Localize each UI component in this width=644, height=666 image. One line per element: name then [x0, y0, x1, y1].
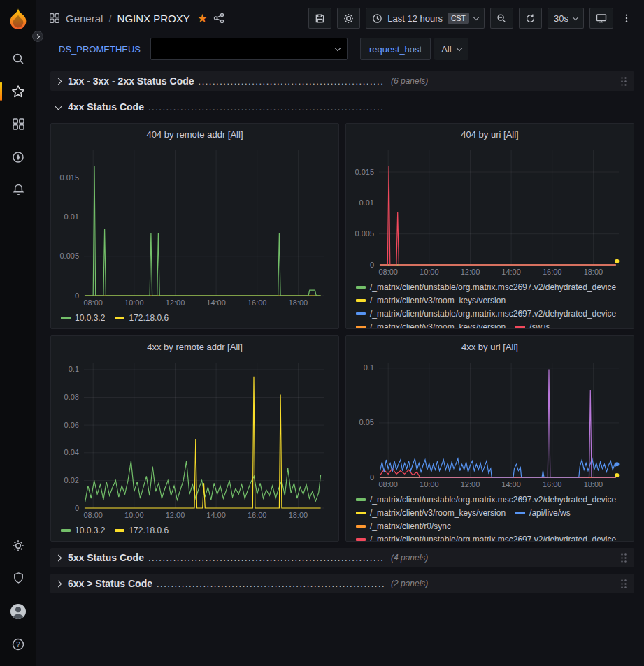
- series-color-marker: [115, 317, 124, 319]
- legend-item[interactable]: 10.0.3.2: [61, 524, 105, 536]
- series-color-marker: [356, 498, 366, 501]
- series-color-marker: [356, 312, 366, 315]
- panel-title[interactable]: 4xx by remote addr [All]: [51, 336, 338, 357]
- legend-item[interactable]: /_matrix/client/unstable/org.matrix.msc2…: [356, 493, 616, 505]
- legend-label: /_matrix/client/v3/room_keys/version: [370, 508, 506, 518]
- datasource-variable-select[interactable]: [150, 38, 348, 60]
- chevron-right-icon: [35, 34, 40, 38]
- legend-item[interactable]: 172.18.0.6: [115, 312, 169, 324]
- row-drag-handle[interactable]: [620, 579, 627, 589]
- grafana-logo[interactable]: [6, 7, 30, 31]
- legend-item[interactable]: /_matrix/client/unstable/org.matrix.msc2…: [356, 533, 616, 541]
- share-icon[interactable]: [213, 13, 224, 24]
- legend-label: 172.18.0.6: [129, 313, 169, 323]
- dashboard-grid-icon: [49, 13, 60, 24]
- chevron-down-icon: [473, 14, 479, 20]
- adhoc-filter-value: All: [441, 44, 451, 55]
- sidebar-item-dashboards[interactable]: [0, 108, 36, 140]
- time-series-chart[interactable]: 00.020.040.060.080.108:0010:0012:0014:00…: [56, 357, 334, 522]
- panel-title[interactable]: 4xx by uri [All]: [346, 336, 634, 357]
- zoom-out-button[interactable]: [490, 8, 513, 29]
- refresh-interval-dropdown[interactable]: 30s: [548, 8, 584, 29]
- legend-item[interactable]: 172.18.0.6: [115, 524, 169, 536]
- svg-text:16:00: 16:00: [543, 480, 562, 488]
- legend-item[interactable]: /_matrix/client/v3/room_keys/version: [356, 294, 506, 306]
- legend-item[interactable]: /api/live/ws: [515, 507, 571, 519]
- svg-text:?: ?: [16, 640, 20, 648]
- series-color-marker: [356, 538, 366, 541]
- sidebar-expand-button[interactable]: [32, 31, 43, 42]
- svg-text:0.05: 0.05: [359, 418, 374, 426]
- legend-label: /_matrix/client/unstable/org.matrix.msc2…: [370, 535, 616, 542]
- sidebar-item-search[interactable]: [0, 42, 36, 75]
- series-color-marker: [356, 326, 366, 328]
- dashboard-canvas: 1xx - 3xx - 2xx Status Code ............…: [36, 67, 644, 666]
- time-range-label: Last 12 hours: [387, 13, 443, 24]
- dashboard-settings-button[interactable]: [337, 8, 360, 29]
- breadcrumb-folder[interactable]: General: [66, 13, 103, 24]
- panel: 4xx by uri [All]00.050.108:0010:0012:001…: [345, 335, 634, 542]
- legend-item[interactable]: 10.0.3.2: [61, 312, 105, 324]
- dashboard-row-5xx[interactable]: 5xx Status Code ........................…: [50, 548, 634, 567]
- svg-text:0.08: 0.08: [64, 393, 79, 401]
- dashboard-row-6xx[interactable]: 6xx > Status Code ......................…: [50, 574, 634, 593]
- legend-label: /_matrix/client/r0/sync: [370, 521, 451, 531]
- datasource-variable-label: DS_PROMETHEUS: [59, 44, 141, 55]
- series-color-marker: [356, 286, 366, 289]
- panel-legend: 10.0.3.2172.18.0.6: [51, 310, 338, 328]
- series-color-marker: [61, 317, 71, 319]
- breadcrumb-separator: /: [108, 13, 111, 24]
- sidebar-item-server-admin[interactable]: [0, 562, 36, 595]
- help-icon: ?: [11, 637, 25, 651]
- dashboard-row-4xx[interactable]: 4xx Status Code ........................…: [50, 97, 634, 117]
- legend-label: /_matrix/client/unstable/org.matrix.msc2…: [370, 282, 616, 292]
- adhoc-filter-key-label: request_host: [369, 44, 422, 55]
- time-series-chart[interactable]: 00.050.108:0010:0012:0014:0016:0018:00: [351, 357, 629, 491]
- legend-item[interactable]: /sw.js: [515, 321, 550, 328]
- legend-item[interactable]: /_matrix/client/v3/room_keys/version: [356, 507, 506, 519]
- series-color-marker: [356, 512, 366, 514]
- svg-text:08:00: 08:00: [378, 480, 398, 488]
- sidebar-item-profile[interactable]: [0, 595, 36, 628]
- panel-title[interactable]: 404 by uri [All]: [346, 124, 634, 145]
- time-series-chart[interactable]: 00.0050.010.01508:0010:0012:0014:0016:00…: [351, 145, 629, 279]
- favorite-star-icon[interactable]: ★: [197, 13, 208, 24]
- tv-mode-button[interactable]: [589, 8, 613, 29]
- search-icon: [11, 52, 25, 66]
- dashboard-variables-bar: DS_PROMETHEUS request_host All: [36, 36, 644, 67]
- refresh-button[interactable]: [519, 8, 542, 29]
- clock-icon: [372, 13, 382, 24]
- sidebar-item-explore[interactable]: [0, 140, 36, 173]
- svg-text:0.06: 0.06: [64, 421, 79, 429]
- panel: 404 by uri [All]00.0050.010.01508:0010:0…: [345, 123, 634, 329]
- time-series-chart[interactable]: 00.0050.010.01508:0010:0012:0014:0016:00…: [56, 145, 334, 310]
- time-range-picker[interactable]: Last 12 hours CST: [366, 8, 485, 29]
- legend-item[interactable]: /_matrix/client/v3/room_keys/version: [356, 321, 506, 328]
- legend-item[interactable]: /_matrix/client/r0/sync: [356, 520, 451, 532]
- svg-text:10:00: 10:00: [420, 480, 439, 488]
- sidebar-item-starred[interactable]: [0, 75, 36, 108]
- svg-text:0.01: 0.01: [359, 198, 374, 207]
- row-title: 1xx - 3xx - 2xx Status Code: [68, 75, 194, 87]
- panel-title[interactable]: 404 by remote addr [All]: [51, 124, 338, 145]
- sidebar-item-help[interactable]: ?: [0, 628, 36, 660]
- svg-text:0: 0: [75, 504, 79, 512]
- save-dashboard-button[interactable]: [308, 8, 331, 29]
- dashboard-row-1xx-3xx-2xx[interactable]: 1xx - 3xx - 2xx Status Code ............…: [50, 71, 634, 91]
- panel-legend: /_matrix/client/unstable/org.matrix.msc2…: [346, 491, 634, 541]
- row-title: 4xx Status Code: [68, 101, 144, 113]
- svg-text:12:00: 12:00: [461, 480, 480, 488]
- kebab-menu-button[interactable]: [619, 8, 634, 29]
- series-color-marker: [115, 529, 124, 532]
- legend-item[interactable]: /_matrix/client/unstable/org.matrix.msc2…: [356, 307, 616, 319]
- row-title: 6xx > Status Code: [68, 578, 152, 589]
- legend-item[interactable]: /_matrix/client/unstable/org.matrix.msc2…: [356, 281, 616, 293]
- row-drag-handle[interactable]: [620, 76, 627, 87]
- sidebar-item-settings[interactable]: [0, 529, 36, 562]
- svg-text:18:00: 18:00: [289, 298, 308, 307]
- sidebar-item-alerting[interactable]: [0, 173, 36, 206]
- adhoc-filter-value-dropdown[interactable]: All: [434, 38, 468, 60]
- svg-text:12:00: 12:00: [166, 511, 185, 519]
- leader-dots: ........................................…: [199, 76, 384, 87]
- row-drag-handle[interactable]: [620, 553, 627, 563]
